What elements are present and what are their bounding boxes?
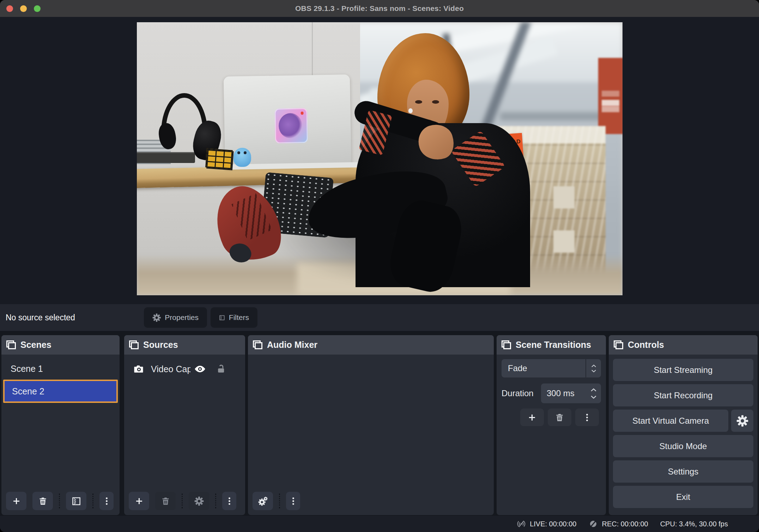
zoom-button[interactable] bbox=[34, 5, 41, 12]
trash-icon bbox=[38, 496, 48, 506]
toolbar-separator bbox=[92, 494, 93, 508]
settings-button[interactable]: Settings bbox=[613, 460, 753, 483]
source-label: Video Cap bbox=[151, 364, 190, 374]
double-gear-icon bbox=[258, 496, 268, 506]
blue-plush-toy bbox=[233, 148, 251, 167]
source-properties-button[interactable] bbox=[189, 492, 209, 510]
chevron-down-icon bbox=[591, 369, 596, 373]
filter-icon bbox=[72, 496, 81, 506]
properties-label: Properties bbox=[165, 313, 199, 322]
gold-cube-toy bbox=[205, 148, 233, 169]
properties-button[interactable]: Properties bbox=[144, 307, 207, 328]
start-virtual-camera-button[interactable]: Start Virtual Camera bbox=[613, 410, 728, 432]
dock-icon bbox=[6, 340, 16, 349]
whiteboard-tray bbox=[137, 152, 195, 163]
scene-transitions-title: Scene Transitions bbox=[516, 340, 591, 350]
pallet-label bbox=[553, 230, 575, 253]
laptop-sticker bbox=[274, 108, 308, 143]
close-button[interactable] bbox=[6, 5, 13, 12]
add-transition-button[interactable] bbox=[520, 409, 544, 426]
titlebar: OBS 29.1.3 - Profile: Sans nom - Scenes:… bbox=[0, 0, 759, 17]
plus-icon bbox=[12, 496, 21, 506]
scenes-title: Scenes bbox=[20, 340, 51, 350]
remove-scene-button[interactable] bbox=[32, 492, 53, 510]
remove-transition-button[interactable] bbox=[548, 409, 571, 426]
trash-icon bbox=[161, 496, 170, 506]
dock-icon bbox=[253, 340, 262, 349]
earbud bbox=[408, 108, 413, 113]
red-sign bbox=[598, 58, 623, 134]
broadcast-off-icon bbox=[516, 519, 526, 529]
duration-value: 300 ms bbox=[547, 388, 575, 398]
camera-icon bbox=[133, 364, 144, 374]
pallet-label bbox=[553, 186, 575, 208]
scene-filters-button[interactable] bbox=[66, 492, 86, 510]
toolbar-separator bbox=[279, 494, 280, 508]
toolbar-separator bbox=[59, 494, 60, 508]
transition-value: Fade bbox=[502, 363, 585, 373]
live-timer: LIVE: 00:00:00 bbox=[530, 520, 576, 528]
plus-icon bbox=[527, 413, 537, 422]
spinner-arrows[interactable] bbox=[590, 388, 597, 399]
live-status: LIVE: 00:00:00 bbox=[516, 519, 576, 529]
scenes-panel: Scenes Scene 1 Scene 2 bbox=[1, 335, 120, 515]
minimize-button[interactable] bbox=[20, 5, 27, 12]
scene-menu-button[interactable] bbox=[99, 492, 114, 510]
transition-menu-button[interactable] bbox=[575, 409, 599, 426]
kebab-icon bbox=[289, 496, 298, 506]
toolbar-separator bbox=[182, 494, 183, 508]
advanced-audio-button[interactable] bbox=[253, 492, 273, 510]
sources-title: Sources bbox=[143, 340, 178, 350]
audio-mixer-title: Audio Mixer bbox=[267, 340, 317, 350]
virtual-camera-row: Start Virtual Camera bbox=[613, 410, 753, 432]
select-arrows[interactable] bbox=[585, 359, 601, 377]
transition-select[interactable]: Fade bbox=[502, 359, 601, 377]
controls-header[interactable]: Controls bbox=[609, 335, 758, 355]
desk-leg bbox=[183, 186, 200, 290]
scene-item-2-selected[interactable]: Scene 2 bbox=[3, 380, 118, 403]
unlock-icon[interactable] bbox=[216, 364, 226, 374]
kebab-icon bbox=[102, 496, 111, 506]
remove-source-button[interactable] bbox=[155, 492, 176, 510]
audio-mixer-toolbar bbox=[248, 492, 494, 515]
filters-button[interactable]: Filters bbox=[211, 307, 257, 328]
add-source-button[interactable] bbox=[129, 492, 149, 510]
audio-mixer-header[interactable]: Audio Mixer bbox=[248, 335, 494, 355]
mixer-menu-button[interactable] bbox=[286, 492, 300, 510]
preview-canvas: TOP LOAD ONLY bbox=[0, 17, 759, 304]
person-eye bbox=[415, 100, 422, 104]
visibility-eye-icon[interactable] bbox=[194, 363, 206, 375]
rec-status: REC: 00:00:00 bbox=[588, 519, 648, 529]
video-preview[interactable]: TOP LOAD ONLY bbox=[137, 22, 623, 295]
scene-transitions-panel: Scene Transitions Fade Duration 300 ms bbox=[497, 335, 606, 515]
sources-header[interactable]: Sources bbox=[124, 335, 245, 355]
sources-toolbar bbox=[124, 492, 245, 515]
source-item-video-capture[interactable]: Video Cap bbox=[124, 360, 245, 378]
exit-button[interactable]: Exit bbox=[613, 486, 753, 508]
toolbar-separator bbox=[215, 494, 216, 508]
traffic-lights bbox=[6, 0, 41, 17]
status-bar: LIVE: 00:00:00 REC: 00:00:00 CPU: 3.4%, … bbox=[0, 516, 759, 532]
studio-mode-button[interactable]: Studio Mode bbox=[613, 435, 753, 457]
start-recording-button[interactable]: Start Recording bbox=[613, 384, 753, 406]
no-source-label: No source selected bbox=[6, 304, 75, 331]
dock-icon bbox=[129, 340, 139, 349]
controls-title: Controls bbox=[628, 340, 664, 350]
source-menu-button[interactable] bbox=[222, 492, 236, 510]
rec-timer: REC: 00:00:00 bbox=[602, 520, 648, 528]
transition-buttons bbox=[504, 409, 599, 426]
gear-icon bbox=[194, 496, 204, 506]
sources-panel: Sources Video Cap bbox=[124, 335, 245, 515]
scenes-toolbar bbox=[1, 492, 120, 515]
virtual-camera-config-button[interactable] bbox=[731, 410, 753, 432]
duration-label: Duration bbox=[502, 388, 534, 398]
add-scene-button[interactable] bbox=[6, 492, 26, 510]
scene-item-1[interactable]: Scene 1 bbox=[1, 358, 120, 380]
scene-transitions-header[interactable]: Scene Transitions bbox=[497, 335, 606, 355]
start-streaming-button[interactable]: Start Streaming bbox=[613, 359, 753, 381]
duration-spinner[interactable]: 300 ms bbox=[541, 383, 601, 403]
scenes-header[interactable]: Scenes bbox=[1, 335, 120, 355]
audio-mixer-panel: Audio Mixer bbox=[248, 335, 494, 515]
chevron-up-icon bbox=[590, 388, 597, 392]
obs-window: OBS 29.1.3 - Profile: Sans nom - Scenes:… bbox=[0, 0, 759, 532]
